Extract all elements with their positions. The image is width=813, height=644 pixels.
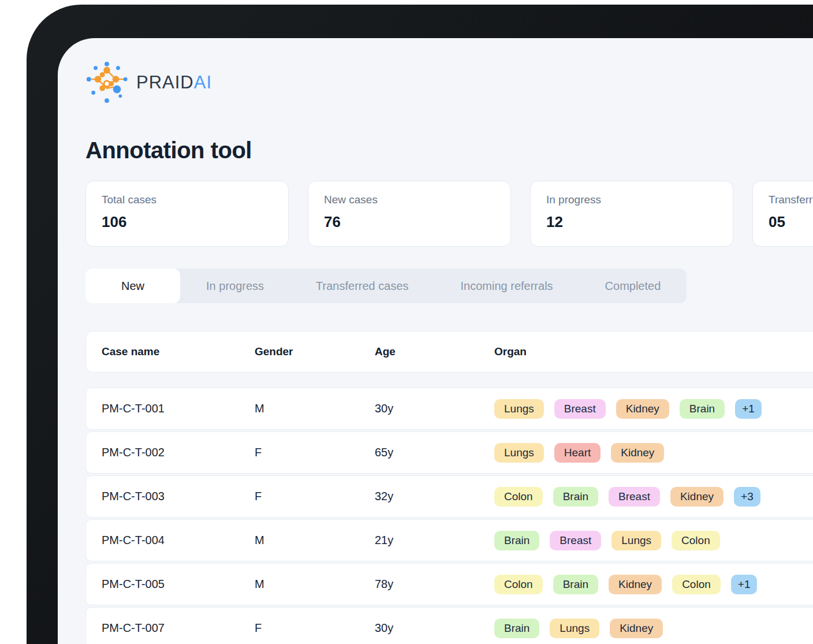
brand-name: PRAID xyxy=(136,72,194,92)
more-organs-badge[interactable]: +3 xyxy=(734,487,760,507)
gender-value: F xyxy=(255,446,375,459)
more-organs-badge[interactable]: +1 xyxy=(735,399,762,419)
table-row[interactable]: PM-C-T-005 M 78y Colon Brain Kidney Colo… xyxy=(85,563,813,605)
organ-tag: Kidney xyxy=(670,487,724,507)
age-value: 30y xyxy=(375,621,494,635)
stat-value: 12 xyxy=(546,213,717,231)
age-value: 78y xyxy=(375,578,494,591)
age-value: 65y xyxy=(375,446,494,459)
table-header: Case name Gender Age Organ xyxy=(85,331,813,373)
tab-completed[interactable]: Completed xyxy=(579,269,687,303)
organ-tags: Lungs Heart Kidney xyxy=(494,443,664,463)
brand-name-accent: AI xyxy=(194,72,212,92)
organ-tags: Colon Brain Breast Kidney +3 xyxy=(494,487,760,507)
stat-label: Transferred xyxy=(769,193,813,206)
tab-new[interactable]: New xyxy=(85,269,180,303)
stat-card-new-cases: New cases 76 xyxy=(308,181,511,247)
table-row[interactable]: PM-C-T-001 M 30y Lungs Breast Kidney Bra… xyxy=(85,388,813,430)
organ-tags: Brain Lungs Kidney xyxy=(494,619,663,638)
organ-tag: Brain xyxy=(494,619,539,638)
organ-tag: Brain xyxy=(553,575,598,594)
organ-tag: Kidney xyxy=(609,575,662,594)
gender-value: F xyxy=(255,621,375,635)
case-name: PM-C-T-001 xyxy=(102,402,255,415)
organ-tag: Kidney xyxy=(610,619,663,638)
organ-tag: Breast xyxy=(554,399,606,419)
organ-tag: Brain xyxy=(494,531,539,550)
organ-tag: Lungs xyxy=(550,619,599,638)
organ-tag: Kidney xyxy=(616,399,669,419)
stat-label: New cases xyxy=(324,193,495,206)
table-row[interactable]: PM-C-T-004 M 21y Brain Breast Lungs Colo… xyxy=(85,519,813,561)
gender-value: M xyxy=(255,578,375,591)
tab-transferred-cases[interactable]: Transferred cases xyxy=(290,269,434,303)
case-name: PM-C-T-007 xyxy=(102,621,255,635)
organ-tags: Lungs Breast Kidney Brain +1 xyxy=(494,399,762,419)
app-window: PRAIDAI Annotation tool Total cases 106 … xyxy=(58,38,813,644)
stat-card-total-cases: Total cases 106 xyxy=(85,181,289,247)
case-name: PM-C-T-003 xyxy=(102,490,255,503)
organ-tag: Lungs xyxy=(494,443,544,463)
stats-row: Total cases 106 New cases 76 In progress… xyxy=(85,181,813,247)
gender-value: M xyxy=(255,402,375,415)
page-title: Annotation tool xyxy=(85,137,813,163)
tab-incoming-referrals[interactable]: Incoming referrals xyxy=(435,269,579,303)
organ-tag: Brain xyxy=(680,399,725,419)
organ-tag: Breast xyxy=(609,487,660,507)
organ-tag: Kidney xyxy=(611,443,664,463)
case-name: PM-C-T-005 xyxy=(102,578,255,591)
stat-value: 05 xyxy=(769,213,813,231)
more-organs-badge[interactable]: +1 xyxy=(731,575,758,594)
stat-label: Total cases xyxy=(102,193,273,206)
case-name: PM-C-T-004 xyxy=(102,534,255,547)
age-value: 21y xyxy=(375,534,494,547)
stat-value: 76 xyxy=(324,213,495,231)
organ-tag: Colon xyxy=(494,487,543,507)
column-header-age: Age xyxy=(375,345,494,358)
column-header-case-name: Case name xyxy=(102,345,255,358)
organ-tags: Colon Brain Kidney Colon +1 xyxy=(494,575,757,594)
tab-in-progress[interactable]: In progress xyxy=(180,269,290,303)
age-value: 32y xyxy=(375,490,494,503)
organ-tag: Colon xyxy=(672,531,720,550)
organ-tag: Colon xyxy=(494,575,543,594)
case-name: PM-C-T-002 xyxy=(102,446,255,459)
organ-tag: Heart xyxy=(554,443,601,463)
column-header-gender: Gender xyxy=(255,345,375,358)
brand-logo: PRAIDAI xyxy=(85,61,813,104)
organ-tag: Lungs xyxy=(494,399,544,419)
stat-card-transferred: Transferred 05 xyxy=(752,181,813,247)
age-value: 30y xyxy=(375,402,494,415)
table-row[interactable]: PM-C-T-007 F 30y Brain Lungs Kidney xyxy=(85,607,813,644)
column-header-organ: Organ xyxy=(494,345,527,358)
table-row[interactable]: PM-C-T-003 F 32y Colon Brain Breast Kidn… xyxy=(85,475,813,518)
organ-tag: Lungs xyxy=(611,531,661,550)
table-row[interactable]: PM-C-T-002 F 65y Lungs Heart Kidney xyxy=(85,431,813,474)
case-filter-tabs: New In progress Transferred cases Incomi… xyxy=(85,269,687,303)
organ-tag: Brain xyxy=(553,487,598,507)
stat-card-in-progress: In progress 12 xyxy=(530,181,733,247)
gender-value: M xyxy=(255,534,375,547)
organ-tag: Breast xyxy=(550,531,601,550)
brand-logo-text: PRAIDAI xyxy=(136,72,212,93)
gender-value: F xyxy=(255,490,375,503)
stat-label: In progress xyxy=(546,193,717,206)
organ-tag: Colon xyxy=(672,575,721,594)
stat-value: 106 xyxy=(102,213,273,231)
organ-tags: Brain Breast Lungs Colon xyxy=(494,531,720,550)
brand-logo-icon xyxy=(85,61,128,104)
